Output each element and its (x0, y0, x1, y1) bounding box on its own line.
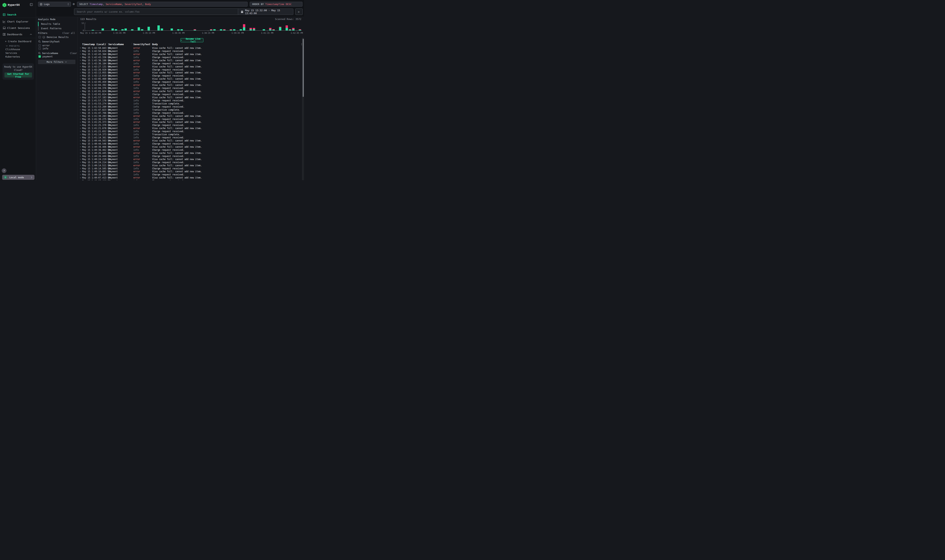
row-expand-chevron-icon[interactable]: > (80, 134, 81, 135)
filter-option-payment[interactable]: ✓ payment (39, 55, 53, 58)
row-expand-chevron-icon[interactable]: > (80, 84, 81, 86)
sidebar-collapse-icon[interactable] (30, 3, 33, 6)
sidebar-item-search[interactable]: Search (0, 11, 36, 18)
table-row[interactable]: >May 15 1:42:13.055 PMpaymenterrorVisa c… (77, 71, 300, 74)
row-expand-chevron-icon[interactable]: > (80, 127, 81, 129)
row-expand-chevron-icon[interactable]: > (80, 174, 81, 176)
table-row[interactable]: >May 15 1:42:13.019 PMpaymentinfoCharge … (77, 74, 300, 77)
table-row[interactable]: >May 15 1:40:38.466 PMpaymenterrorVisa c… (77, 145, 300, 148)
sidebar-item-client-sessions[interactable]: Client Sessions (0, 25, 36, 31)
row-expand-chevron-icon[interactable]: > (80, 137, 81, 139)
select-clause-editor[interactable]: SELECT Timestamp, ServiceName, SeverityT… (77, 2, 248, 6)
histogram-bar[interactable] (279, 27, 281, 31)
table-row[interactable]: >May 15 1:40:44.563 PMpaymenterrorVisa c… (77, 139, 300, 142)
table-row[interactable]: >May 15 1:40:10.601 PMpaymenterrorVisa c… (77, 170, 300, 173)
histogram-bar[interactable] (92, 30, 94, 31)
row-expand-chevron-icon[interactable]: > (80, 69, 81, 71)
histogram-bar[interactable] (177, 29, 180, 31)
row-expand-chevron-icon[interactable]: > (80, 146, 81, 148)
row-expand-chevron-icon[interactable]: > (80, 124, 81, 126)
table-row[interactable]: >May 15 1:40:07.410 PMpaymentinfoCharge … (77, 179, 300, 180)
presets-toggle[interactable]: PRESETS (6, 45, 20, 47)
search-icon[interactable] (38, 52, 41, 54)
denoise-results-checkbox-row[interactable]: Denoise Results (39, 35, 69, 38)
checkbox-unchecked[interactable] (39, 36, 41, 38)
create-dashboard-link[interactable]: + Create Dashboard (5, 40, 31, 43)
row-expand-chevron-icon[interactable]: > (80, 109, 81, 111)
table-row[interactable]: >May 15 1:41:57.183 PMpaymenterrorVisa c… (77, 96, 300, 99)
sidebar-item-dashboards[interactable]: Dashboards (0, 31, 36, 38)
histogram-bar[interactable] (285, 25, 288, 31)
col-timestamp[interactable]: Timestamp (Local) (82, 43, 106, 46)
row-expand-chevron-icon[interactable]: > (80, 140, 81, 142)
histogram-bar[interactable] (125, 28, 127, 31)
row-expand-chevron-icon[interactable]: > (80, 78, 81, 80)
preset-kubernetes[interactable]: Kubernetes (5, 55, 20, 58)
row-expand-chevron-icon[interactable]: > (80, 90, 81, 92)
histogram-bar[interactable] (223, 29, 225, 31)
table-row[interactable]: >May 15 1:42:05.450 PMpaymentinfoCharge … (77, 80, 300, 83)
histogram-bar[interactable] (115, 29, 117, 31)
column-resize-handle-icon[interactable]: ⋮ (106, 43, 108, 45)
source-settings-gear-icon[interactable]: ⚙ (72, 2, 76, 6)
row-expand-chevron-icon[interactable]: > (80, 131, 81, 132)
table-row[interactable]: >May 15 1:42:50.843 PMpaymenterrorVisa c… (77, 46, 300, 49)
row-expand-chevron-icon[interactable]: > (80, 121, 81, 123)
table-row[interactable]: >May 15 1:42:36.184 PMpaymentinfoCharge … (77, 62, 300, 65)
histogram-bar[interactable] (131, 29, 133, 31)
row-expand-chevron-icon[interactable]: > (80, 112, 81, 114)
row-expand-chevron-icon[interactable]: > (80, 59, 81, 62)
run-query-button[interactable]: ▷ (295, 9, 303, 15)
table-row[interactable]: >May 15 1:42:04.392 PMpaymenterrorVisa c… (77, 83, 300, 87)
row-expand-chevron-icon[interactable]: > (80, 171, 81, 173)
clear-all-filters-link[interactable]: Clear all (62, 32, 75, 34)
mode-event-patterns[interactable]: Event Patterns (38, 26, 76, 31)
col-body[interactable]: Body (152, 43, 158, 46)
row-expand-chevron-icon[interactable]: > (80, 53, 81, 55)
histogram-bar[interactable] (171, 28, 173, 31)
histogram-bar[interactable] (102, 28, 104, 31)
histogram-bar[interactable] (121, 29, 124, 31)
row-expand-chevron-icon[interactable]: > (80, 50, 81, 52)
source-select[interactable]: Logs (38, 2, 71, 6)
histogram-bar[interactable] (289, 29, 291, 31)
col-severitytext[interactable]: SeverityText (133, 43, 150, 46)
table-row[interactable]: >May 15 1:41:53.274 PMpaymentinfoTransac… (77, 102, 300, 105)
mode-results-table[interactable]: Results Table (38, 22, 76, 26)
histogram-bar[interactable] (213, 29, 216, 31)
row-expand-chevron-icon[interactable]: > (80, 177, 81, 179)
table-row[interactable]: >May 15 1:40:10.597 PMpaymentinfoCharge … (77, 173, 300, 176)
clear-servicename-link[interactable]: Clear (70, 52, 77, 55)
scrollbar-thumb[interactable] (303, 39, 304, 97)
filter-option-info[interactable]: info (39, 47, 48, 50)
row-expand-chevron-icon[interactable]: > (80, 75, 81, 77)
order-by-editor[interactable]: ORDER BY TimestampTime DESC (250, 2, 302, 6)
row-expand-chevron-icon[interactable]: > (80, 87, 81, 89)
table-row[interactable]: >May 15 1:41:21.652 PMpaymentinfoCharge … (77, 130, 300, 133)
row-expand-chevron-icon[interactable]: > (80, 47, 81, 49)
vertical-scrollbar[interactable] (302, 38, 304, 180)
row-expand-chevron-icon[interactable]: > (80, 161, 81, 163)
row-expand-chevron-icon[interactable]: > (80, 96, 81, 98)
histogram-bar[interactable] (263, 29, 265, 31)
histogram-bar[interactable] (299, 29, 301, 31)
row-expand-chevron-icon[interactable]: > (80, 94, 81, 95)
filter-option-error[interactable]: error (39, 44, 50, 47)
table-row[interactable]: >May 15 1:42:04.376 PMpaymentinfoCharge … (77, 87, 300, 90)
table-row[interactable]: >May 15 1:42:27.131 PMpaymenterrorVisa c… (77, 65, 300, 68)
histogram-bar[interactable] (138, 27, 140, 31)
histogram-bar[interactable] (194, 29, 196, 31)
table-row[interactable]: >May 15 1:42:50.834 PMpaymentinfoCharge … (77, 49, 300, 53)
row-expand-chevron-icon[interactable]: > (80, 180, 81, 180)
table-row[interactable]: >May 15 1:40:44.546 PMpaymentinfoCharge … (77, 142, 300, 145)
row-expand-chevron-icon[interactable]: > (80, 164, 81, 166)
table-row[interactable]: >May 15 1:42:36.188 PMpaymenterrorVisa c… (77, 59, 300, 62)
table-row[interactable]: >May 15 1:41:25.373 PMpaymenterrorVisa c… (77, 121, 300, 124)
row-expand-chevron-icon[interactable]: > (80, 149, 81, 151)
histogram-bar[interactable] (161, 28, 163, 31)
checkbox-unchecked[interactable] (39, 44, 41, 47)
table-row[interactable]: >May 15 1:42:05.460 PMpaymenterrorVisa c… (77, 77, 300, 80)
histogram-bar[interactable] (220, 29, 222, 31)
table-row[interactable]: >May 15 1:42:01.814 PMpaymentinfoCharge … (77, 93, 300, 96)
table-row[interactable]: >May 15 1:41:47.766 PMpaymentinfoCharge … (77, 111, 300, 114)
